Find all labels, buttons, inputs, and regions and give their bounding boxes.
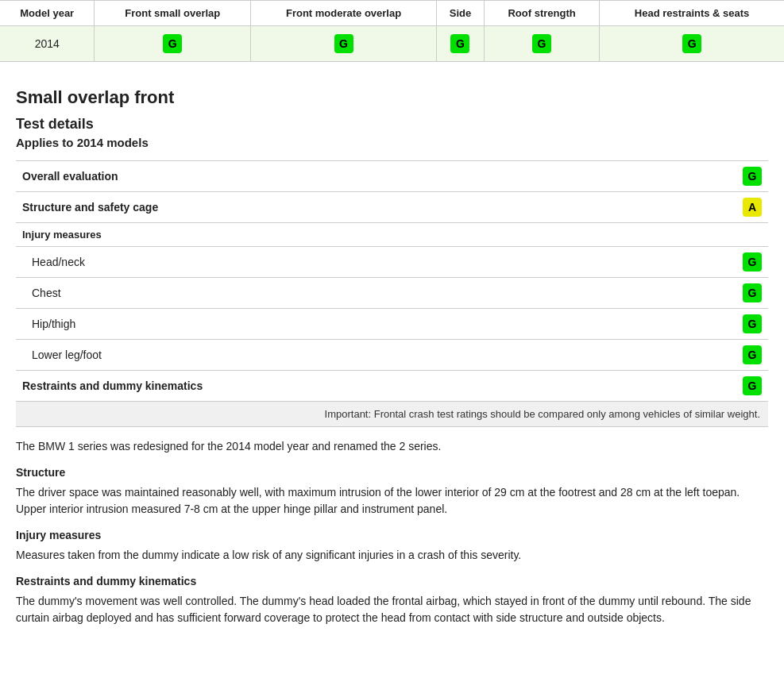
test-details-title: Test details [16, 116, 768, 133]
row-rating: A [727, 192, 768, 223]
subsection-title: Injury measures [16, 527, 768, 544]
rating-badge: G [743, 283, 762, 302]
row-rating: G [727, 340, 768, 371]
row-label: Overall evaluation [16, 161, 727, 192]
table-row: Head/neckG [16, 247, 768, 278]
rating-badge: G [450, 34, 469, 53]
row-label: Injury measures [16, 223, 727, 247]
row-label: Lower leg/foot [16, 340, 727, 371]
rating-badge: G [532, 34, 551, 53]
summary-rating-cell: G [437, 26, 485, 62]
subsection-title: Structure [16, 464, 768, 481]
summary-year: 2014 [0, 26, 95, 62]
rating-badge: G [334, 34, 353, 53]
main-content: Small overlap front Test details Applies… [0, 62, 784, 647]
subsection-text: Measures taken from the dummy indicate a… [16, 547, 768, 564]
summary-table: Model yearFront small overlapFront moder… [0, 0, 784, 62]
text-section: The BMW 1 series was redesigned for the … [16, 438, 768, 626]
row-label: Hip/thigh [16, 309, 727, 340]
rating-badge: G [163, 34, 182, 53]
notice-row: Important: Frontal crash test ratings sh… [16, 402, 768, 427]
table-row: Restraints and dummy kinematicsG [16, 371, 768, 402]
summary-col-header: Side [437, 1, 485, 26]
summary-col-header: Head restraints & seats [600, 1, 784, 26]
detail-table: Overall evaluationGStructure and safety … [16, 160, 768, 427]
table-row: Lower leg/footG [16, 340, 768, 371]
summary-rating-cell: G [484, 26, 599, 62]
subsection-title: Restraints and dummy kinematics [16, 573, 768, 590]
subsection-text: The driver space was maintained reasonab… [16, 484, 768, 518]
section-title: Small overlap front [16, 87, 768, 108]
row-label: Head/neck [16, 247, 727, 278]
summary-rating-cell: G [95, 26, 251, 62]
table-row: Overall evaluationG [16, 161, 768, 192]
row-rating: G [727, 371, 768, 402]
rating-badge: G [743, 167, 762, 186]
table-row: Hip/thighG [16, 309, 768, 340]
table-row: Structure and safety cageA [16, 192, 768, 223]
notice-text: Important: Frontal crash test ratings sh… [16, 402, 768, 427]
rating-badge: A [743, 198, 762, 217]
row-rating: G [727, 309, 768, 340]
applies-to: Applies to 2014 models [16, 136, 768, 149]
table-row: ChestG [16, 278, 768, 309]
summary-rating-cell: G [251, 26, 437, 62]
subsection-text: The dummy's movement was well controlled… [16, 593, 768, 626]
rating-badge: G [682, 34, 701, 53]
row-rating: G [727, 278, 768, 309]
intro-text: The BMW 1 series was redesigned for the … [16, 438, 768, 455]
row-label: Chest [16, 278, 727, 309]
row-label: Structure and safety cage [16, 192, 727, 223]
table-row: Injury measures [16, 223, 768, 247]
rating-badge: G [743, 376, 762, 395]
row-rating: G [727, 247, 768, 278]
row-label: Restraints and dummy kinematics [16, 371, 727, 402]
summary-col-header: Front moderate overlap [251, 1, 437, 26]
summary-col-header: Roof strength [484, 1, 599, 26]
summary-rating-cell: G [600, 26, 784, 62]
summary-col-header: Model year [0, 1, 95, 26]
summary-col-header: Front small overlap [95, 1, 251, 26]
rating-badge: G [743, 252, 762, 272]
rating-badge: G [743, 314, 762, 333]
row-rating: G [727, 161, 768, 192]
row-rating [727, 223, 768, 247]
rating-badge: G [743, 345, 762, 364]
